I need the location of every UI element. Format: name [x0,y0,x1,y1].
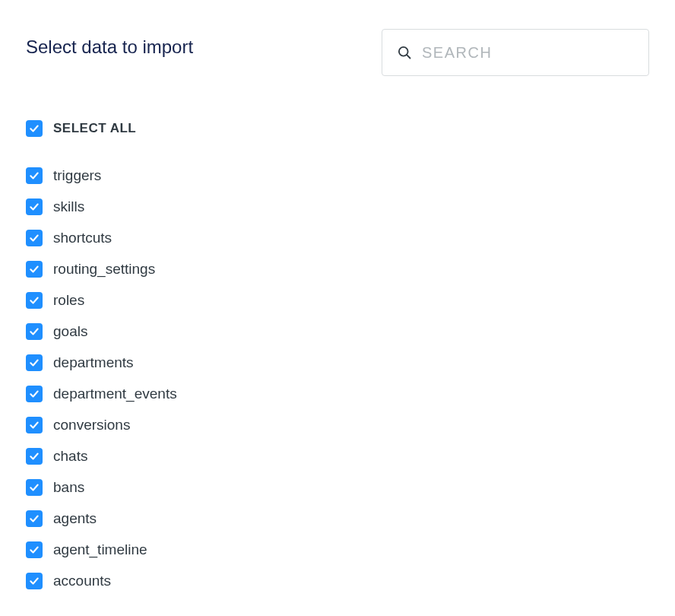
list-item: triggers [26,167,649,184]
list-item: goals [26,323,649,340]
list-item: accounts [26,573,649,589]
item-checkbox[interactable] [26,573,43,589]
list-item: roles [26,292,649,309]
item-checkbox[interactable] [26,386,43,402]
select-all-label: SELECT ALL [53,121,136,136]
item-label: routing_settings [53,261,155,278]
item-label: conversions [53,417,130,433]
item-checkbox[interactable] [26,448,43,465]
item-label: accounts [53,573,111,589]
item-checkbox[interactable] [26,479,43,496]
search-input[interactable] [382,29,649,76]
search-box [382,29,649,76]
item-checkbox[interactable] [26,417,43,433]
list-item: department_events [26,386,649,402]
select-all-checkbox[interactable] [26,120,43,137]
list-item: chats [26,448,649,465]
header: Select data to import [26,29,649,76]
item-label: bans [53,479,84,496]
item-checkbox[interactable] [26,510,43,527]
item-checkbox[interactable] [26,261,43,278]
list-item: conversions [26,417,649,433]
item-label: agent_timeline [53,541,147,558]
list-item: departments [26,354,649,371]
page-title: Select data to import [26,29,193,59]
item-checkbox[interactable] [26,198,43,215]
list-item: shortcuts [26,230,649,246]
select-all-row: SELECT ALL [26,120,649,137]
list-item: bans [26,479,649,496]
item-label: triggers [53,167,101,184]
item-checkbox[interactable] [26,167,43,184]
item-label: shortcuts [53,230,112,246]
item-label: department_events [53,386,177,402]
items-list: triggersskillsshortcutsrouting_settingsr… [26,167,649,589]
item-checkbox[interactable] [26,541,43,558]
item-label: skills [53,198,84,215]
item-label: departments [53,354,134,371]
list-item: agent_timeline [26,541,649,558]
list-item: agents [26,510,649,527]
item-checkbox[interactable] [26,323,43,340]
import-panel: Select data to import SELECT ALL trigger… [0,0,675,616]
item-label: chats [53,448,87,465]
item-checkbox[interactable] [26,230,43,246]
item-label: roles [53,292,84,309]
item-label: goals [53,323,87,340]
item-checkbox[interactable] [26,354,43,371]
item-checkbox[interactable] [26,292,43,309]
list-item: skills [26,198,649,215]
list-item: routing_settings [26,261,649,278]
item-label: agents [53,510,97,527]
